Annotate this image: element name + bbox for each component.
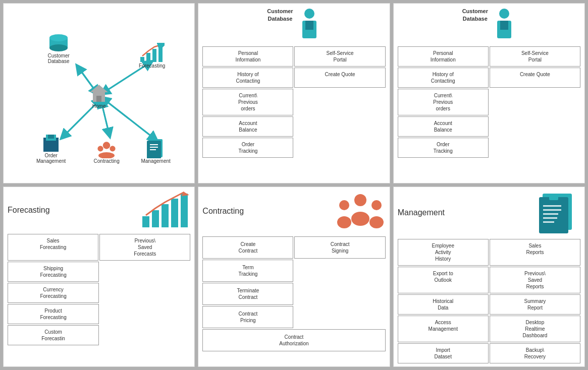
customerdb-label-2: CustomerDatabase bbox=[462, 8, 488, 23]
mg-historical-data[interactable]: HistoricalData bbox=[398, 294, 489, 315]
hub-forecasting: Forecasting bbox=[134, 43, 170, 69]
mg-access-mgmt[interactable]: AccessManagement bbox=[398, 316, 489, 342]
customer-menu-2: PersonalInformation Self-ServicePortal H… bbox=[398, 46, 580, 158]
mg-prev-saved-reports[interactable]: Previous\SavedReports bbox=[490, 267, 580, 293]
svg-rect-58 bbox=[539, 197, 568, 233]
contracting-people-icon bbox=[335, 191, 386, 231]
svg-rect-45 bbox=[142, 216, 149, 227]
hub-ordermgmt: Order Management bbox=[33, 133, 69, 164]
svg-rect-59 bbox=[549, 195, 558, 200]
svg-rect-64 bbox=[543, 221, 554, 223]
forecasting-chart-icon bbox=[140, 191, 190, 229]
fc-shipping[interactable]: ShippingForecasting bbox=[8, 262, 99, 282]
menu-current-orders-2[interactable]: Current\Previousorders bbox=[398, 89, 489, 115]
hub-contracting: Contracting bbox=[91, 141, 122, 164]
management-top: Management bbox=[398, 191, 580, 234]
contracting-top: Contracting bbox=[202, 191, 385, 231]
person-icon-1 bbox=[298, 8, 321, 42]
svg-point-20 bbox=[49, 34, 68, 41]
svg-rect-46 bbox=[152, 210, 159, 227]
menu-personal-info-2[interactable]: PersonalInformation bbox=[398, 46, 489, 67]
fc-sales[interactable]: SalesForecasting bbox=[8, 234, 98, 261]
forecasting-top: Forecasting bbox=[8, 191, 190, 229]
svg-rect-47 bbox=[162, 204, 169, 227]
mg-backup-recovery[interactable]: Backup\Recovery bbox=[490, 343, 580, 363]
panel-hub: Customer Database Forecasting bbox=[3, 3, 195, 183]
menu-self-service-2[interactable]: Self-ServicePortal bbox=[490, 46, 580, 67]
mg-employee-activity[interactable]: EmployeeActivityHistory bbox=[398, 239, 489, 266]
menu-order-tracking-2[interactable]: OrderTracking bbox=[398, 138, 489, 158]
svg-rect-26 bbox=[96, 96, 101, 102]
ct-create-contract[interactable]: CreateContract bbox=[202, 236, 293, 259]
customer-top-2: CustomerDatabase bbox=[398, 8, 580, 42]
forecasting-title: Forecasting bbox=[8, 206, 50, 215]
mg-summary-report[interactable]: SummaryReport bbox=[490, 294, 580, 315]
mg-export-outlook[interactable]: Export toOutlook bbox=[398, 267, 489, 293]
svg-point-56 bbox=[369, 216, 384, 228]
fc-row-1: SalesForecasting Previous\SavedForecasts bbox=[8, 234, 190, 261]
svg-point-42 bbox=[499, 9, 509, 19]
svg-rect-49 bbox=[181, 194, 188, 227]
mg-desktop-dashboard[interactable]: DesktopRealtimeDashboard bbox=[490, 316, 580, 342]
ct-term-tracking[interactable]: TermTracking bbox=[202, 260, 293, 282]
svg-rect-41 bbox=[305, 21, 313, 30]
panel-contracting: Contracting CreateContract ContractSigni… bbox=[198, 187, 390, 367]
svg-rect-22 bbox=[146, 53, 150, 62]
person-icon-2 bbox=[493, 8, 516, 42]
panel-customerdb-1: CustomerDatabase PersonalInformation Sel… bbox=[198, 3, 390, 183]
svg-rect-38 bbox=[150, 149, 156, 150]
svg-rect-37 bbox=[150, 147, 158, 148]
svg-point-31 bbox=[98, 146, 103, 151]
menu-self-service-1[interactable]: Self-ServicePortal bbox=[294, 46, 385, 67]
svg-point-55 bbox=[371, 200, 382, 210]
svg-rect-61 bbox=[543, 209, 561, 211]
fc-currency[interactable]: CurrencyForecasting bbox=[8, 283, 99, 303]
panel-customerdb-2: CustomerDatabase PersonalInformation Sel… bbox=[393, 3, 585, 183]
fc-row-4: ProductForecasting bbox=[8, 304, 190, 324]
svg-point-33 bbox=[98, 152, 115, 158]
panel-management: Management EmployeeActivityHistory Sales… bbox=[393, 187, 585, 367]
svg-point-52 bbox=[351, 212, 369, 226]
menu-history-contacting-2[interactable]: History ofContacting bbox=[398, 68, 489, 88]
svg-rect-60 bbox=[543, 205, 561, 207]
mg-sales-reports[interactable]: SalesReports bbox=[490, 239, 580, 266]
svg-point-30 bbox=[103, 142, 110, 149]
mg-import-dataset[interactable]: ImportDataset bbox=[398, 343, 489, 363]
menu-personal-info-1[interactable]: PersonalInformation bbox=[202, 46, 293, 67]
svg-rect-63 bbox=[543, 217, 557, 219]
contracting-menu: CreateContract ContractSigning TermTrack… bbox=[202, 236, 385, 351]
ct-contract-auth[interactable]: ContractAuthorization bbox=[202, 329, 385, 351]
svg-point-39 bbox=[304, 9, 314, 19]
panel-forecasting: Forecasting SalesForecasting Previous\Sa… bbox=[3, 187, 195, 367]
ct-empty-1 bbox=[294, 260, 385, 282]
fc-row-3: CurrencyForecasting bbox=[8, 283, 190, 303]
management-clipboard-icon bbox=[535, 191, 580, 234]
customer-menu-1: PersonalInformation Self-ServicePortal H… bbox=[202, 46, 385, 158]
fc-custom[interactable]: CustomForecastin bbox=[8, 325, 99, 345]
menu-account-balance-2[interactable]: AccountBalance bbox=[398, 116, 489, 137]
contracting-title: Contracting bbox=[202, 207, 244, 216]
management-title: Management bbox=[398, 208, 445, 217]
svg-rect-36 bbox=[150, 144, 158, 145]
svg-rect-24 bbox=[158, 45, 163, 62]
menu-current-orders-1[interactable]: Current\Previousorders bbox=[202, 89, 293, 115]
ct-contract-pricing[interactable]: ContractPricing bbox=[202, 306, 293, 328]
hub-customerdb: Customer Database bbox=[38, 33, 79, 64]
menu-create-quote-2[interactable]: Create Quote bbox=[490, 68, 580, 88]
hub-management: Management bbox=[137, 138, 175, 164]
menu-history-contacting-1[interactable]: History ofContacting bbox=[202, 68, 293, 88]
svg-rect-62 bbox=[543, 213, 558, 215]
fc-prev-saved[interactable]: Previous\SavedForecasts bbox=[99, 234, 190, 261]
menu-create-quote-1[interactable]: Create Quote bbox=[294, 68, 385, 88]
menu-order-tracking-1[interactable]: OrderTracking bbox=[202, 138, 293, 158]
ct-terminate[interactable]: TerminateContract bbox=[202, 283, 293, 305]
hub-diagram: Customer Database Forecasting bbox=[18, 18, 180, 169]
ct-empty-2 bbox=[294, 283, 385, 305]
ct-contract-signing[interactable]: ContractSigning bbox=[294, 236, 385, 259]
main-grid: Customer Database Forecasting bbox=[0, 0, 588, 370]
svg-point-51 bbox=[354, 194, 366, 206]
menu-account-balance-1[interactable]: AccountBalance bbox=[202, 116, 293, 137]
fc-product[interactable]: ProductForecasting bbox=[8, 304, 99, 324]
svg-point-32 bbox=[110, 146, 116, 151]
hub-home: Home bbox=[84, 83, 114, 109]
